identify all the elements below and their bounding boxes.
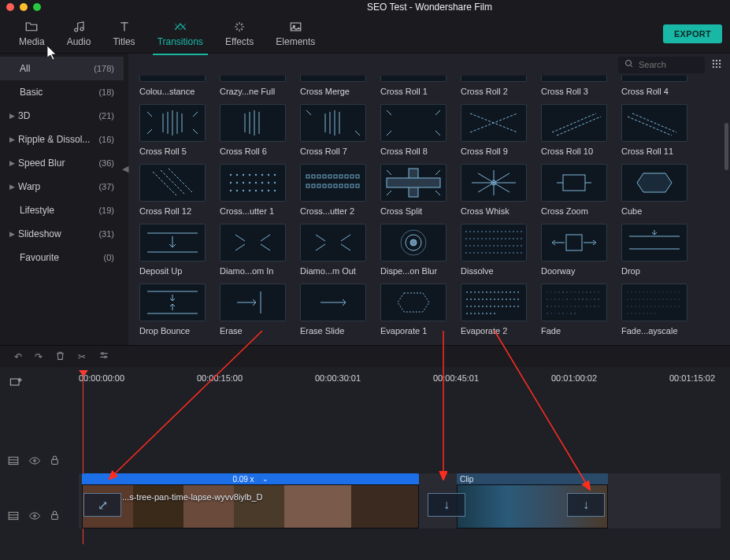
transition-item[interactable]: Cross Roll 10 bbox=[541, 104, 607, 156]
svg-point-317 bbox=[670, 299, 671, 299]
svg-point-261 bbox=[566, 299, 567, 299]
transition-item[interactable]: Evaporate 1 bbox=[380, 284, 447, 336]
sidebar-item-lifestyle[interactable]: Lifestyle(19) bbox=[0, 198, 124, 222]
search-input[interactable] bbox=[639, 60, 699, 69]
transition-item[interactable]: Cross Roll 7 bbox=[300, 104, 366, 156]
sidebar-item-ripple-dissol-[interactable]: ▶Ripple & Dissol...(16) bbox=[0, 128, 124, 151]
nav-tab-titles[interactable]: Titles bbox=[102, 16, 146, 52]
eye-icon[interactable] bbox=[28, 456, 41, 468]
transition-item[interactable]: Cross Roll 1 bbox=[380, 76, 447, 96]
timeline-ruler[interactable]: 00:00:00:0000:00:15:0000:00:30:0100:00:4… bbox=[79, 373, 730, 388]
transition-item[interactable]: Dissolve bbox=[461, 224, 527, 276]
transition-thumbnail bbox=[139, 224, 206, 261]
sidebar-item-basic[interactable]: Basic(18) bbox=[0, 80, 124, 104]
transition-item[interactable]: Erase bbox=[220, 284, 286, 336]
collapse-sidebar-icon[interactable]: ◀ bbox=[122, 164, 128, 174]
sidebar-item-speed-blur[interactable]: ▶Speed Blur(36) bbox=[0, 151, 124, 175]
svg-point-252 bbox=[586, 291, 587, 292]
transition-item[interactable]: Evaporate 2 bbox=[461, 284, 527, 336]
transition-applied-end[interactable]: ↓ bbox=[567, 493, 605, 517]
redo-icon[interactable]: ↷ bbox=[35, 351, 43, 362]
transition-applied-middle[interactable]: ↓ bbox=[428, 493, 465, 517]
sidebar-item-warp[interactable]: ▶Warp(37) bbox=[0, 175, 124, 198]
clip-header-bar[interactable]: Clip bbox=[457, 473, 608, 484]
svg-point-323 bbox=[639, 306, 639, 306]
transition-applied-start[interactable]: ⤢ bbox=[83, 493, 121, 517]
lock-icon[interactable] bbox=[50, 455, 59, 468]
transition-item[interactable]: Fade...ayscale bbox=[621, 284, 687, 336]
chevron-down-icon[interactable]: ⌄ bbox=[262, 475, 269, 483]
transition-item[interactable]: Cross Roll 5 bbox=[139, 104, 206, 156]
nav-tab-transitions[interactable]: Transitions bbox=[146, 16, 214, 52]
transition-item[interactable]: Cross Roll 4 bbox=[621, 76, 687, 96]
svg-point-266 bbox=[586, 299, 587, 299]
transition-item[interactable]: Cross Roll 2 bbox=[461, 76, 527, 96]
transition-item[interactable]: Colou...stance bbox=[139, 76, 206, 96]
svg-rect-80 bbox=[356, 175, 359, 178]
transition-item[interactable]: Diamo...m Out bbox=[300, 224, 366, 276]
transition-item[interactable]: Cross Merge bbox=[300, 76, 366, 96]
transition-item[interactable]: Doorway bbox=[541, 224, 607, 276]
transition-item[interactable]: Deposit Up bbox=[139, 224, 206, 276]
transition-item[interactable]: Cross Roll 11 bbox=[621, 104, 687, 156]
export-button[interactable]: EXPORT bbox=[663, 24, 722, 43]
nav-tab-effects[interactable]: Effects bbox=[214, 16, 265, 52]
nav-tab-elements[interactable]: Elements bbox=[265, 16, 326, 52]
clip-speed-bar[interactable]: 0.09 x ⌄ bbox=[82, 473, 419, 484]
transition-item[interactable]: Cross Roll 6 bbox=[220, 104, 286, 156]
add-track-icon[interactable] bbox=[9, 376, 22, 390]
grid-view-icon[interactable] bbox=[711, 58, 722, 72]
filmstrip-icon[interactable] bbox=[8, 456, 19, 468]
filmstrip-icon[interactable] bbox=[8, 511, 19, 523]
split-icon[interactable]: ✂ bbox=[78, 351, 86, 362]
svg-point-133 bbox=[521, 231, 522, 232]
lock-icon[interactable] bbox=[50, 510, 59, 523]
svg-point-49 bbox=[243, 174, 244, 176]
nav-tab-media[interactable]: Media bbox=[8, 16, 56, 52]
transition-item[interactable]: Cross...utter 1 bbox=[220, 164, 286, 216]
transition-item[interactable]: Drop Bounce bbox=[139, 284, 206, 336]
svg-point-123 bbox=[481, 231, 483, 232]
music-icon bbox=[72, 20, 86, 33]
maximize-window[interactable] bbox=[33, 3, 41, 11]
svg-point-246 bbox=[562, 291, 563, 292]
sidebar-item-3d[interactable]: ▶3D(21) bbox=[0, 104, 124, 128]
transition-item[interactable]: Drop bbox=[621, 224, 687, 276]
delete-icon[interactable] bbox=[55, 350, 65, 363]
close-window[interactable] bbox=[6, 3, 14, 11]
transition-item[interactable]: Cross...utter 2 bbox=[300, 164, 366, 216]
transition-item[interactable]: Fade bbox=[541, 284, 607, 336]
eye-icon[interactable] bbox=[28, 511, 41, 523]
sidebar-item-slideshow[interactable]: ▶Slideshow(31) bbox=[0, 222, 124, 246]
svg-point-58 bbox=[249, 182, 250, 184]
undo-icon[interactable]: ↶ bbox=[14, 351, 22, 362]
transition-item[interactable]: Cross Split bbox=[380, 164, 447, 216]
sidebar-item-all[interactable]: All(178) bbox=[0, 57, 124, 80]
video-track-lane[interactable]: 0.09 x ⌄ ...s-tree-pan-time-lapse-wyvv8i… bbox=[79, 473, 721, 528]
transition-item[interactable]: Cross Roll 3 bbox=[541, 76, 607, 96]
nav-tab-audio[interactable]: Audio bbox=[56, 16, 102, 52]
svg-point-357 bbox=[34, 514, 36, 517]
transition-item[interactable]: Cross Roll 12 bbox=[139, 164, 206, 216]
minimize-window[interactable] bbox=[20, 3, 28, 11]
svg-point-243 bbox=[550, 291, 551, 292]
transition-item[interactable]: Cross Roll 8 bbox=[380, 104, 447, 156]
transition-item[interactable]: Cross Zoom bbox=[541, 164, 607, 216]
transition-item[interactable]: Cube bbox=[621, 164, 687, 216]
transition-item[interactable]: Crazy...ne Full bbox=[220, 76, 286, 96]
transition-item[interactable]: Dispe...on Blur bbox=[380, 224, 447, 276]
playhead-icon[interactable] bbox=[79, 370, 88, 376]
transition-item[interactable]: Cross Roll 9 bbox=[461, 104, 527, 156]
transition-thumbnail bbox=[220, 76, 286, 82]
svg-point-284 bbox=[547, 313, 547, 313]
transition-item[interactable]: Erase Slide bbox=[300, 284, 366, 336]
gallery-scrollbar[interactable] bbox=[724, 123, 728, 170]
adjust-icon[interactable] bbox=[98, 350, 109, 363]
chevron-right-icon: ▶ bbox=[9, 159, 15, 167]
search-box[interactable] bbox=[618, 57, 705, 73]
svg-point-210 bbox=[482, 299, 484, 300]
transition-item[interactable]: Cross Whisk bbox=[461, 164, 527, 216]
sidebar-item-favourite[interactable]: Favourite(0) bbox=[0, 246, 124, 269]
video-clip[interactable] bbox=[82, 484, 419, 528]
transition-item[interactable]: Diamo...om In bbox=[220, 224, 286, 276]
